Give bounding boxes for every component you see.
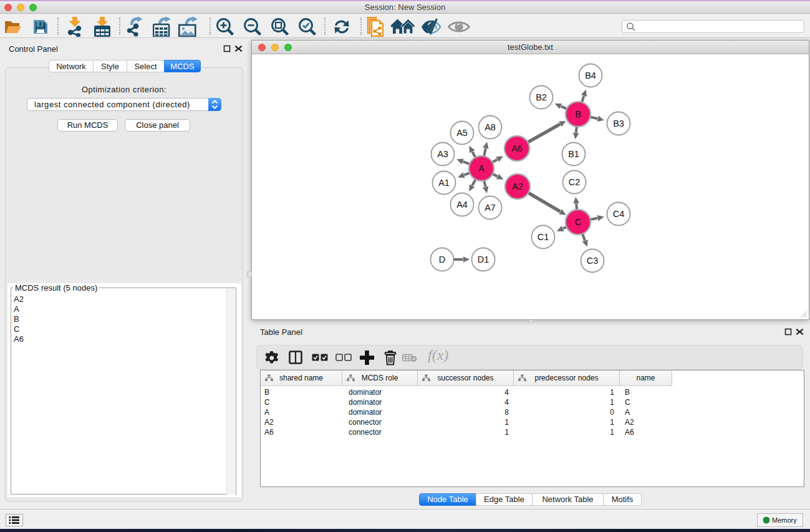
svg-text:B4: B4 xyxy=(585,70,596,80)
svg-text:A2: A2 xyxy=(512,181,523,191)
svg-text:A1: A1 xyxy=(438,178,450,188)
svg-text:A5: A5 xyxy=(456,128,468,138)
svg-text:A6: A6 xyxy=(511,143,523,153)
svg-text:C2: C2 xyxy=(569,177,581,187)
svg-text:B3: B3 xyxy=(613,118,624,128)
svg-text:C1: C1 xyxy=(538,232,549,242)
svg-text:A4: A4 xyxy=(456,200,468,210)
svg-text:A3: A3 xyxy=(437,149,448,159)
svg-text:C: C xyxy=(575,217,581,227)
svg-text:A: A xyxy=(478,163,485,173)
svg-text:B2: B2 xyxy=(536,92,547,102)
svg-text:A7: A7 xyxy=(485,203,496,213)
svg-text:B1: B1 xyxy=(568,149,579,159)
svg-text:C4: C4 xyxy=(613,209,625,219)
svg-text:A8: A8 xyxy=(485,122,496,132)
svg-text:B: B xyxy=(575,109,581,119)
svg-text:C3: C3 xyxy=(587,256,599,266)
svg-text:D1: D1 xyxy=(478,254,489,264)
svg-text:D: D xyxy=(439,254,445,264)
